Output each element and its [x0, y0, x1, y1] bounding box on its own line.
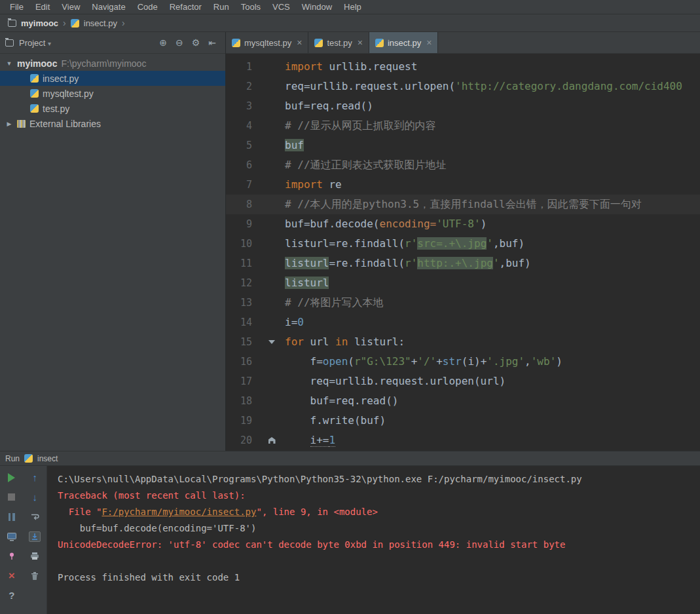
settings-icon[interactable]: ⚙: [192, 37, 200, 48]
down-stack-icon[interactable]: ↓: [29, 491, 41, 503]
close-icon[interactable]: ×: [426, 37, 432, 48]
code-line-19[interactable]: 19 f.write(buf): [226, 411, 700, 431]
breadcrumb-file[interactable]: insect.py: [84, 18, 117, 28]
fold-strip: [259, 175, 285, 195]
code-text: # //通过正则表达式获取图片地址: [285, 155, 447, 175]
fold-strip: [259, 411, 285, 431]
code-line-13[interactable]: 13# //将图片写入本地: [226, 293, 700, 313]
close-icon[interactable]: ×: [297, 37, 302, 48]
breadcrumb: myimooc › insect.py ›: [0, 14, 700, 32]
code-line-9[interactable]: 9buf=buf.decode(encoding='UTF-8'): [226, 214, 700, 234]
menu-run[interactable]: Run: [208, 1, 235, 13]
file-name: insect.py: [43, 73, 79, 84]
tab-insect.py[interactable]: insect.py×: [369, 32, 439, 53]
locate-icon[interactable]: ⊕: [159, 37, 167, 48]
menu-edit[interactable]: Edit: [29, 1, 56, 13]
line-number: 8: [226, 195, 259, 214]
code-line-7[interactable]: 7import re: [226, 175, 700, 195]
code-line-18[interactable]: 18 buf=req.read(): [226, 391, 700, 411]
code-text: buf=req.read(): [285, 96, 373, 116]
chevron-expanded-icon[interactable]: ▼: [5, 60, 13, 67]
tree-item-mysqltest.py[interactable]: mysqltest.py: [0, 86, 225, 101]
line-number: 3: [226, 96, 259, 116]
menu-file[interactable]: File: [4, 1, 29, 13]
project-panel-title[interactable]: Project ▾: [19, 38, 51, 48]
code-line-6[interactable]: 6# //通过正则表达式获取图片地址: [226, 155, 700, 175]
restore-layout-icon[interactable]: [6, 531, 18, 542]
tree-item-test.py[interactable]: test.py: [0, 101, 225, 116]
fold-arrow-icon: [268, 340, 275, 344]
pin-tab-icon[interactable]: [6, 550, 18, 562]
code-line-16[interactable]: 16 f=open(r"G:\123"+'/'+str(i)+'.jpg','w…: [226, 352, 700, 372]
run-tab-label[interactable]: Run: [5, 454, 20, 463]
breadcrumb-project[interactable]: myimooc: [21, 18, 58, 28]
collapse-all-icon[interactable]: ⊖: [175, 37, 183, 48]
up-stack-icon[interactable]: ↑: [29, 472, 41, 483]
code-text: i+=1: [285, 431, 335, 450]
menu-tools[interactable]: Tools: [235, 1, 267, 13]
fold-open-icon[interactable]: [259, 332, 285, 352]
menu-code[interactable]: Code: [132, 1, 164, 13]
tree-item-root[interactable]: ▼ myimooc F:\pycharm\myimooc: [0, 56, 225, 71]
code-line-20[interactable]: 20 i+=1: [226, 431, 700, 450]
tree-item-insect.py[interactable]: insect.py: [0, 71, 225, 86]
editor-code[interactable]: 1import urllib.request2req=urllib.reques…: [226, 54, 700, 451]
code-line-1[interactable]: 1import urllib.request: [226, 57, 700, 77]
code-text: buf: [285, 136, 304, 155]
code-text: req=urllib.request.urlopen(url): [285, 372, 506, 391]
scroll-to-end-icon[interactable]: [29, 531, 41, 542]
run-panel-header: Run insect: [0, 451, 700, 466]
stop-icon[interactable]: [6, 491, 18, 503]
menu-view[interactable]: View: [56, 1, 86, 13]
console-line: Process finished with exit code 1: [58, 569, 700, 586]
fold-end-icon[interactable]: [259, 431, 285, 450]
hide-panel-icon[interactable]: ⇤: [208, 37, 216, 48]
code-line-2[interactable]: 2req=urllib.request.urlopen('http://cate…: [226, 77, 700, 96]
python-file-icon: [30, 74, 39, 83]
run-toolbars: ×? ↑↓: [0, 466, 47, 614]
menu-refactor[interactable]: Refactor: [164, 1, 208, 13]
code-text: # //显示从网页上抓取到的内容: [285, 116, 436, 136]
help-icon[interactable]: ?: [6, 590, 18, 601]
project-panel-icon: [5, 39, 14, 47]
code-text: # //本人用的是python3.5，直接用findall会出错，因此需要下面一…: [285, 195, 642, 214]
code-line-8[interactable]: 8# //本人用的是python3.5，直接用findall会出错，因此需要下面…: [226, 195, 700, 214]
chevron-collapsed-icon[interactable]: ▶: [5, 121, 13, 127]
stacktrace-link[interactable]: F:/pycharm/myimooc/insect.py: [101, 507, 256, 517]
console-line: buf=buf.decode(encoding='UTF-8'): [58, 520, 700, 537]
close-icon[interactable]: ×: [358, 37, 363, 48]
code-line-14[interactable]: 14i=0: [226, 313, 700, 332]
pause-output-icon[interactable]: [6, 511, 18, 522]
console-output[interactable]: C:\Users\null\AppData\Local\Programs\Pyt…: [47, 466, 700, 614]
fold-strip: [259, 254, 285, 273]
rerun-icon[interactable]: [6, 472, 18, 483]
tab-test.py[interactable]: test.py×: [308, 32, 369, 53]
project-panel: Project ▾ ⊕⊖⚙⇤ ▼ myimooc F:\pycharm\myim…: [0, 32, 226, 451]
line-number: 20: [226, 431, 259, 450]
clear-console-icon[interactable]: [29, 570, 41, 581]
print-icon[interactable]: [29, 550, 41, 562]
line-number: 10: [226, 234, 259, 254]
code-line-11[interactable]: 11listurl=re.findall(r'http:.+\.jpg',buf…: [226, 254, 700, 273]
menu-navigate[interactable]: Navigate: [86, 1, 131, 13]
code-text: buf=buf.decode(encoding='UTF-8'): [285, 214, 487, 234]
code-line-15[interactable]: 15for url in listurl:: [226, 332, 700, 352]
tab-mysqltest.py[interactable]: mysqltest.py×: [226, 32, 308, 53]
code-line-10[interactable]: 10listurl=re.findall(r'src=.+\.jpg',buf): [226, 234, 700, 254]
fold-strip: [259, 293, 285, 313]
python-file-icon: [232, 39, 240, 47]
code-text: for url in listurl:: [285, 332, 405, 352]
menu-window[interactable]: Window: [296, 1, 338, 13]
menu-vcs[interactable]: VCS: [267, 1, 296, 13]
code-line-17[interactable]: 17 req=urllib.request.urlopen(url): [226, 372, 700, 391]
soft-wrap-icon[interactable]: [29, 511, 41, 522]
editor-tabbar: mysqltest.py×test.py×insect.py×: [226, 32, 700, 54]
close-icon[interactable]: ×: [6, 570, 18, 581]
code-line-4[interactable]: 4# //显示从网页上抓取到的内容: [226, 116, 700, 136]
console-line: [58, 553, 700, 569]
code-line-3[interactable]: 3buf=req.read(): [226, 96, 700, 116]
tree-item-external-libraries[interactable]: ▶ External Libraries: [0, 116, 225, 131]
code-line-5[interactable]: 5buf: [226, 136, 700, 155]
code-line-12[interactable]: 12listurl: [226, 273, 700, 293]
menu-help[interactable]: Help: [338, 1, 367, 13]
